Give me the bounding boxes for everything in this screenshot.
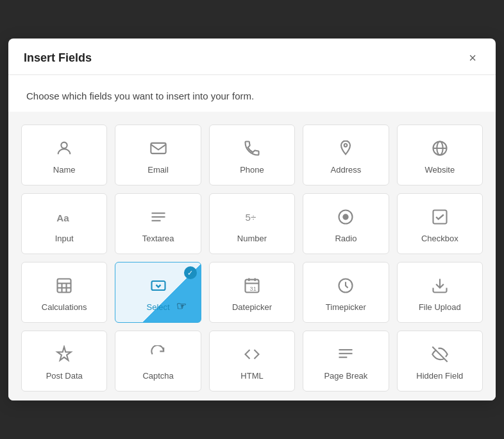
html-icon xyxy=(243,345,261,366)
field-label-input: Input xyxy=(55,234,74,243)
svg-point-0 xyxy=(62,142,67,148)
datepicker-icon: 31 xyxy=(243,277,261,297)
selected-check-select: ✓ xyxy=(184,266,197,279)
field-card-input[interactable]: AaInput xyxy=(21,193,107,254)
svg-text:Aa: Aa xyxy=(57,212,70,223)
field-label-number: Number xyxy=(237,234,267,243)
field-label-website: Website xyxy=(424,165,455,175)
field-card-datepicker[interactable]: 31Datepicker xyxy=(209,262,295,323)
field-label-select: Select xyxy=(147,302,170,312)
field-label-calcs: Calculations xyxy=(42,302,87,312)
field-label-fileupload: File Upload xyxy=(419,302,461,312)
modal-overlay: Insert Fields × Choose which fields you … xyxy=(0,0,504,439)
field-card-address[interactable]: Address xyxy=(303,125,389,185)
number-icon: 5÷ xyxy=(243,208,261,228)
svg-text:31: 31 xyxy=(249,286,256,292)
calcs-icon xyxy=(55,277,73,297)
field-card-captcha[interactable]: Captcha xyxy=(115,331,201,392)
pagebreak-icon xyxy=(337,345,355,366)
field-card-html[interactable]: HTML xyxy=(209,331,295,392)
field-card-calcs[interactable]: Calculations xyxy=(21,262,107,323)
name-icon xyxy=(55,139,73,160)
field-label-name: Name xyxy=(53,165,76,175)
address-icon xyxy=(337,139,355,160)
field-label-textarea: Textarea xyxy=(142,234,174,243)
website-icon xyxy=(431,139,449,160)
insert-fields-modal: Insert Fields × Choose which fields you … xyxy=(8,39,496,400)
phone-icon xyxy=(243,139,261,160)
field-card-fileupload[interactable]: File Upload xyxy=(397,262,483,323)
field-label-hidden: Hidden Field xyxy=(416,371,463,381)
field-label-postdata: Post Data xyxy=(46,371,83,381)
svg-rect-14 xyxy=(58,279,71,293)
field-card-timepicker[interactable]: Timepicker xyxy=(303,262,389,323)
hidden-icon xyxy=(431,345,449,366)
field-label-html: HTML xyxy=(240,371,263,381)
email-icon xyxy=(149,139,167,160)
postdata-icon xyxy=(55,345,73,366)
input-icon: Aa xyxy=(55,208,73,228)
radio-icon xyxy=(337,208,355,228)
cursor-hand: ☞ xyxy=(176,299,187,313)
field-card-select[interactable]: ✓Select☞ xyxy=(115,262,201,323)
textarea-icon xyxy=(149,208,167,228)
fields-grid-section: NameEmailPhoneAddressWebsiteAaInputTexta… xyxy=(8,112,496,400)
field-card-radio[interactable]: Radio xyxy=(303,193,389,254)
field-card-hidden[interactable]: Hidden Field xyxy=(397,331,483,392)
field-card-website[interactable]: Website xyxy=(397,125,483,185)
field-label-captcha: Captcha xyxy=(142,371,173,381)
field-card-email[interactable]: Email xyxy=(115,125,201,185)
field-card-phone[interactable]: Phone xyxy=(209,125,295,185)
field-card-number[interactable]: 5÷Number xyxy=(209,193,295,254)
field-card-checkbox[interactable]: Checkbox xyxy=(397,193,483,254)
field-label-checkbox: Checkbox xyxy=(421,234,458,243)
field-label-radio: Radio xyxy=(335,234,357,243)
fields-grid: NameEmailPhoneAddressWebsiteAaInputTexta… xyxy=(21,125,483,392)
field-label-pagebreak: Page Break xyxy=(324,371,367,381)
svg-rect-19 xyxy=(151,281,165,290)
checkbox-icon xyxy=(431,208,449,228)
modal-header: Insert Fields × xyxy=(8,39,496,75)
captcha-icon xyxy=(149,345,167,366)
field-label-datepicker: Datepicker xyxy=(232,302,272,312)
timepicker-icon xyxy=(337,277,355,297)
fileupload-icon xyxy=(431,277,449,297)
field-label-address: Address xyxy=(331,165,362,175)
field-card-textarea[interactable]: Textarea xyxy=(115,193,201,254)
field-label-email: Email xyxy=(147,165,169,175)
modal-title: Insert Fields xyxy=(24,51,92,65)
svg-text:5÷: 5÷ xyxy=(245,212,256,223)
field-label-timepicker: Timepicker xyxy=(326,302,366,312)
modal-subtitle: Choose which fields you want to insert i… xyxy=(8,75,496,112)
svg-rect-1 xyxy=(151,143,165,153)
field-card-pagebreak[interactable]: Page Break xyxy=(303,331,389,392)
select-icon xyxy=(149,277,167,297)
svg-point-2 xyxy=(344,144,348,147)
field-card-name[interactable]: Name xyxy=(21,125,107,185)
field-label-phone: Phone xyxy=(240,165,264,175)
close-button[interactable]: × xyxy=(465,50,480,65)
svg-point-12 xyxy=(343,214,349,220)
field-card-postdata[interactable]: Post Data xyxy=(21,331,107,392)
